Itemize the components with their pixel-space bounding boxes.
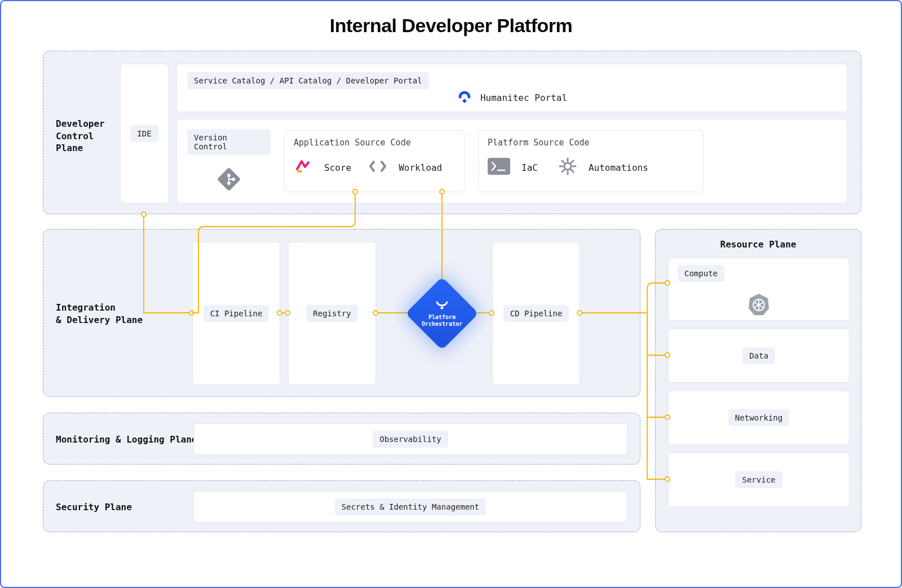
score-label: Score [324, 162, 351, 173]
secrets-pill: Secrets & Identity Management [335, 498, 486, 515]
networking-card: Networking [668, 391, 850, 445]
automations-label: Automations [589, 162, 648, 173]
registry-card: Registry [288, 242, 376, 385]
svg-point-17 [441, 307, 444, 310]
catalog-header-pill: Service Catalog / API Catalog / Develope… [187, 72, 429, 89]
code-brackets-icon [368, 160, 387, 175]
page-title: Internal Developer Platform [17, 15, 885, 37]
developer-control-plane: Developer Control Plane IDE Service Cata… [43, 51, 861, 214]
smile-icon [422, 299, 462, 313]
svg-line-15 [571, 161, 573, 163]
resource-plane: Resource Plane Compute [655, 229, 861, 532]
compute-pill: Compute [678, 265, 724, 282]
git-icon [217, 183, 241, 193]
iac-label: IaC [521, 162, 538, 173]
platform-source-title: Platform Source Code [488, 138, 694, 148]
portal-name: Humanitec Portal [480, 92, 567, 103]
svg-line-14 [571, 170, 573, 172]
ci-pipeline-pill: CI Pipeline [204, 305, 269, 322]
integration-delivery-plane: Integration & Delivery Plane CI Pipeline… [43, 229, 640, 397]
data-card: Data [668, 329, 850, 383]
kubernetes-icon [746, 308, 771, 319]
plane-label-monitoring: Monitoring & Logging Plane [56, 434, 197, 446]
service-card: Service [668, 453, 850, 507]
svg-point-8 [564, 163, 571, 170]
ide-pill: IDE [130, 125, 158, 142]
orchestrator-label: Platform Orchestrator [422, 314, 462, 328]
ide-card: IDE [120, 64, 169, 204]
gear-icon [558, 157, 577, 178]
secrets-card: Secrets & Identity Management [193, 491, 627, 523]
registry-pill: Registry [306, 305, 357, 322]
catalog-card: Service Catalog / API Catalog / Develope… [176, 64, 847, 112]
networking-pill: Networking [728, 409, 789, 426]
diagram-canvas: Internal Developer Platform Developer Co… [0, 0, 902, 588]
service-pill: Service [735, 471, 782, 488]
security-plane: Security Plane Secrets & Identity Manage… [43, 480, 640, 532]
cd-pipeline-card: CD Pipeline [492, 242, 580, 385]
version-source-card: Version Control [176, 119, 847, 204]
svg-line-16 [562, 170, 564, 172]
version-control-pill: Version Control [187, 129, 271, 155]
app-source-card: Application Source Code Score [284, 130, 465, 192]
plane-label-resource: Resource Plane [656, 238, 861, 251]
svg-rect-6 [488, 158, 510, 175]
plane-label-security: Security Plane [56, 501, 132, 514]
observability-pill: Observability [373, 431, 448, 448]
data-pill: Data [742, 347, 775, 364]
humanitec-logo-icon [457, 89, 472, 107]
platform-source-card: Platform Source Code IaC [478, 130, 704, 192]
workload-label: Workload [399, 162, 442, 173]
svg-line-13 [562, 161, 564, 163]
monitoring-logging-plane: Monitoring & Logging Plane Observability [43, 413, 640, 465]
app-source-title: Application Source Code [294, 138, 455, 148]
compute-card: Compute [668, 258, 850, 321]
plane-label-developer: Developer Control Plane [56, 118, 105, 154]
score-icon [294, 157, 313, 178]
ci-pipeline-card: CI Pipeline [192, 242, 280, 385]
terminal-icon [488, 158, 510, 177]
platform-orchestrator: Platform Orchestrator [408, 280, 476, 347]
cd-pipeline-pill: CD Pipeline [503, 305, 569, 322]
observability-card: Observability [193, 423, 627, 455]
plane-label-integration: Integration & Delivery Plane [56, 302, 143, 326]
